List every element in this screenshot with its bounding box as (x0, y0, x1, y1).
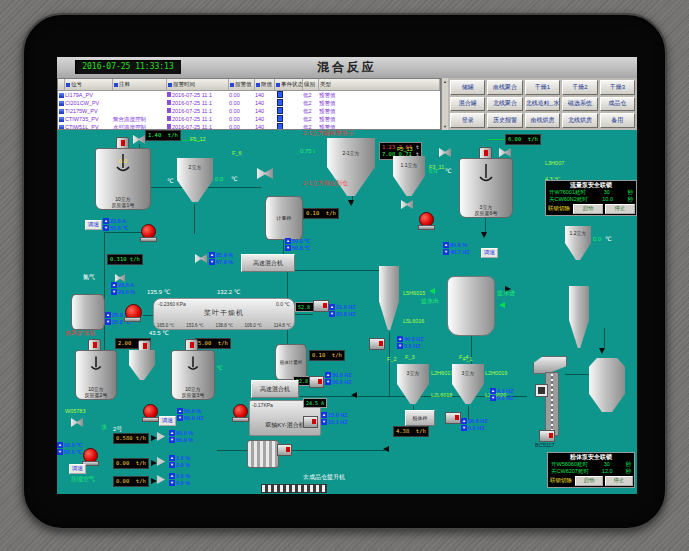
up-arrow-icon[interactable]: ▲ (169, 430, 175, 436)
reactor-3-tank[interactable]: 10立方反应釜3号 (171, 350, 215, 400)
hopper-3m3-a[interactable]: 3立方 (397, 364, 429, 404)
up-down-icons[interactable]: ▲▼ (285, 238, 291, 251)
nav-button[interactable]: 干燥2 (562, 80, 597, 95)
metering-scale[interactable]: 计量秤 (265, 196, 303, 240)
down-arrow-icon[interactable]: ▼ (169, 480, 175, 486)
up-arrow-icon[interactable]: ▲ (325, 372, 331, 378)
powder-scale[interactable]: 粉体计量秤 (275, 344, 307, 380)
nav-button[interactable]: 干燥3 (600, 80, 635, 95)
up-down-icons[interactable]: ▲▼ (169, 430, 175, 443)
speed-button[interactable]: 调速 (85, 220, 102, 230)
up-arrow-icon[interactable]: ▲ (443, 242, 449, 248)
tall-cyclone[interactable] (569, 286, 589, 348)
up-down-icons[interactable]: ▲▼ (461, 418, 467, 431)
valve-icon[interactable] (115, 274, 125, 282)
nav-button[interactable]: 北线烘房 (562, 113, 597, 128)
reactor-1-tank[interactable]: 0.0 10立方反应釜1号 (95, 148, 151, 210)
up-down-icons[interactable]: ▲▼ (103, 218, 109, 231)
start-button[interactable]: 启动 (573, 204, 603, 214)
valve-icon[interactable] (133, 135, 145, 144)
up-down-icons[interactable]: ▲▼ (490, 388, 496, 401)
down-arrow-icon[interactable]: ▼ (325, 379, 331, 385)
scroll-down-icon[interactable]: ▼ (443, 124, 447, 129)
scrubber-tank[interactable] (447, 276, 495, 336)
down-arrow-icon[interactable]: ▼ (321, 419, 327, 425)
hopper-2-1m3[interactable]: 2-1立方 (327, 138, 375, 196)
valve-icon[interactable] (257, 168, 273, 179)
hot-air-water-tank[interactable] (71, 294, 105, 330)
stop-button[interactable]: 停止 (605, 476, 633, 486)
down-arrow-icon[interactable]: ▼ (209, 259, 215, 265)
hopper-1-2m3[interactable]: 1.2立方 (565, 226, 591, 260)
header-type[interactable]: 类型 (319, 79, 440, 90)
nav-button[interactable]: 南线烘房 (525, 113, 560, 128)
up-arrow-icon[interactable]: ▲ (105, 312, 111, 318)
header-limit[interactable]: 限值 (255, 79, 275, 90)
header-time[interactable]: 报警时间 (167, 79, 229, 90)
high-speed-mixer[interactable]: 高速混合机 (241, 254, 295, 272)
alarm-row[interactable]: CTIW51L_PV 水封温度控制 2016-07-25 11:1 0.00 1… (58, 123, 440, 130)
hopper-3m3-b[interactable]: 3立方 (452, 364, 484, 404)
powder-weigher[interactable]: 粉体秤 (405, 410, 435, 426)
hopper-2m3[interactable]: 2立方 (177, 158, 213, 202)
up-arrow-icon[interactable]: ▲ (103, 218, 109, 224)
up-down-icons[interactable]: ▲▼ (105, 312, 111, 325)
alarm-row[interactable]: CTIW735_PV 聚合温度控制 2016-07-25 11:1 0.00 1… (58, 115, 440, 123)
header-state[interactable]: 事件状态 (275, 79, 303, 90)
alarm-table[interactable]: 位号 注释 报警时间 报警值 限值 事件状态 级别 类型 (57, 78, 441, 130)
nav-button[interactable]: 历史报警 (487, 113, 522, 128)
up-down-icons[interactable]: ▲▼ (111, 282, 117, 295)
pump-icon[interactable] (233, 404, 248, 419)
alarm-row[interactable]: CI201CW_PV 2016-07-25 11:1 0.00 140 低2 预… (58, 99, 440, 107)
up-down-icons[interactable]: ▲▼ (169, 455, 175, 468)
up-arrow-icon[interactable]: ▲ (490, 388, 496, 394)
nav-button[interactable]: 北线聚合 (487, 97, 522, 112)
nav-button[interactable]: 登录 (450, 113, 485, 128)
up-down-icons[interactable]: ▲▼ (209, 252, 215, 265)
down-arrow-icon[interactable]: ▼ (111, 289, 117, 295)
down-arrow-icon[interactable]: ▼ (177, 415, 183, 421)
down-arrow-icon[interactable]: ▼ (285, 245, 291, 251)
blower-icon[interactable] (125, 304, 142, 321)
pump-icon[interactable] (141, 224, 156, 239)
down-arrow-icon[interactable]: ▼ (443, 249, 449, 255)
nav-button[interactable]: 混合罐 (450, 97, 485, 112)
nav-button[interactable]: 储罐 (450, 80, 485, 95)
up-down-icons[interactable]: ▲▼ (443, 242, 449, 255)
up-arrow-icon[interactable]: ▲ (169, 455, 175, 461)
interlock-cut-label[interactable]: 联锁切除 (547, 205, 571, 212)
nav-button[interactable]: 南线聚合 (487, 80, 522, 95)
stop-button[interactable]: 停止 (605, 204, 635, 214)
nav-button[interactable]: 成品仓 (600, 97, 635, 112)
down-arrow-icon[interactable]: ▼ (397, 343, 403, 349)
speed-button[interactable]: 调速 (481, 248, 498, 258)
rotary-drum[interactable] (247, 440, 279, 468)
reactor-6-tank[interactable]: 3立方反应釜6号 (459, 158, 513, 218)
valve-icon[interactable] (439, 148, 451, 157)
header-note[interactable]: 注释 (113, 79, 167, 90)
up-arrow-icon[interactable]: ▲ (461, 418, 467, 424)
speed-button[interactable]: 调速 (159, 416, 176, 426)
valve-icon[interactable] (499, 148, 511, 157)
up-down-icons[interactable]: ▲▼ (57, 442, 63, 455)
up-arrow-icon[interactable]: ▲ (329, 304, 335, 310)
up-down-icons[interactable]: ▲▼ (329, 304, 335, 317)
down-arrow-icon[interactable]: ▼ (103, 225, 109, 231)
start-button[interactable]: 启动 (575, 476, 603, 486)
pump-icon[interactable] (419, 212, 434, 227)
valve-icon[interactable] (401, 200, 413, 209)
up-arrow-icon[interactable]: ▲ (57, 442, 63, 448)
up-down-icons[interactable]: ▲▼ (325, 372, 331, 385)
up-arrow-icon[interactable]: ▲ (321, 412, 327, 418)
up-arrow-icon[interactable]: ▲ (209, 252, 215, 258)
paddle-dryer[interactable]: -0.2360 KPa 0.0 ℃ 桨叶干燥机 165.0 ℃153.6 ℃13… (153, 298, 295, 330)
up-arrow-icon[interactable]: ▲ (111, 282, 117, 288)
header-tag[interactable]: 位号 (65, 79, 113, 90)
nav-button[interactable]: 干燥1 (525, 80, 560, 95)
alarm-row[interactable]: LI179A_PV 2016-07-25 11:1 0.00 140 低2 预警… (58, 91, 440, 99)
up-arrow-icon[interactable]: ▲ (169, 473, 175, 479)
down-arrow-icon[interactable]: ▼ (105, 319, 111, 325)
nav-button[interactable]: 磁选系统 (562, 97, 597, 112)
down-arrow-icon[interactable]: ▼ (57, 449, 63, 455)
pump-icon[interactable] (143, 404, 158, 419)
